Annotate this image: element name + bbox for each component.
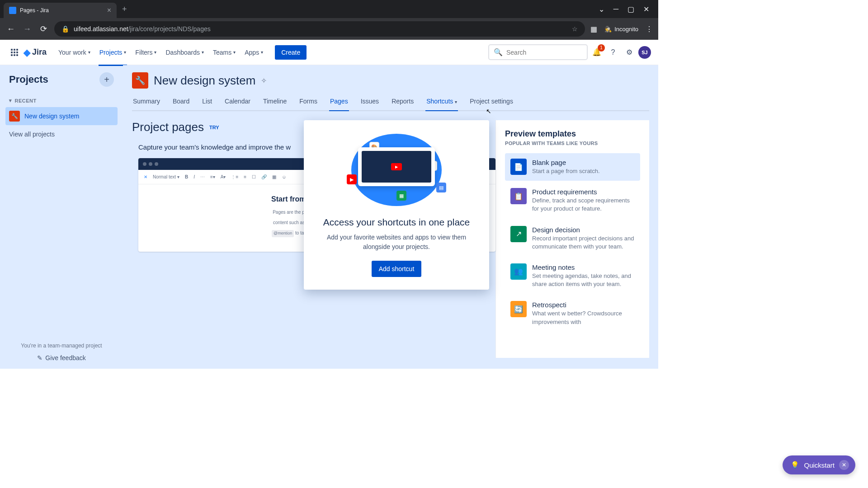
tab-board[interactable]: Board xyxy=(172,94,190,110)
popover-description: Add your favorite websites and apps to v… xyxy=(316,233,476,252)
content-area: 🔧 New design system ✧ SummaryBoardListCa… xyxy=(123,65,658,369)
minimize-icon[interactable]: ─ xyxy=(613,5,618,14)
tab-forms[interactable]: Forms xyxy=(298,94,318,110)
template-item[interactable]: 📄Blank pageStart a page from scratch. xyxy=(505,153,640,181)
app-switcher-icon xyxy=(11,49,18,56)
tab-issues[interactable]: Issues xyxy=(360,94,380,110)
jira-favicon xyxy=(9,7,16,14)
tab-calendar[interactable]: Calendar xyxy=(224,94,251,110)
template-icon: ↗ xyxy=(510,226,527,242)
browser-menu-icon[interactable]: ⋮ xyxy=(646,25,653,33)
youtube-icon: ▶ xyxy=(347,174,357,184)
tab-shortcuts[interactable]: Shortcuts ▾ xyxy=(425,94,458,110)
tab-project-settings[interactable]: Project settings xyxy=(469,94,514,110)
tab-reports[interactable]: Reports xyxy=(391,94,415,110)
extensions-icon[interactable]: ▦ xyxy=(590,25,597,33)
recent-toggle[interactable]: ▾ RECENT xyxy=(5,94,118,107)
templates-title: Preview templates xyxy=(505,129,640,139)
add-shortcut-button[interactable]: Add shortcut xyxy=(372,261,422,277)
give-feedback-button[interactable]: ✎ Give feedback xyxy=(5,354,118,361)
url-bar[interactable]: 🔒 uifeed.atlassian.net/jira/core/project… xyxy=(54,21,585,37)
browser-chrome: Pages - Jira × + ⌄ ─ ▢ ✕ ← → ⟳ 🔒 uifeed.… xyxy=(0,0,658,40)
page-main: Project pages TRY Capture your team's kn… xyxy=(132,120,495,358)
search-box[interactable]: 🔍 xyxy=(488,44,588,60)
shortcuts-popover: 🎨 ▦ ✳ ▶ ▤ ▶ Access your shortcuts in one… xyxy=(304,120,489,290)
project-icon: 🔧 xyxy=(9,111,20,122)
tab-timeline[interactable]: Timeline xyxy=(262,94,288,110)
tab-dropdown-icon[interactable]: ⌄ xyxy=(599,5,604,14)
project-icon: 🔧 xyxy=(132,72,148,89)
close-window-icon[interactable]: ✕ xyxy=(643,5,649,14)
template-item[interactable]: 📋Product requirementsDefine, track and s… xyxy=(505,183,640,218)
nav-item-apps[interactable]: Apps▾ xyxy=(240,45,268,60)
forward-button[interactable]: → xyxy=(22,24,33,34)
sidebar-project-item[interactable]: 🔧New design system xyxy=(5,107,118,125)
team-managed-label: You're in a team-managed project xyxy=(5,343,118,349)
popover-illustration: 🎨 ▦ ✳ ▶ ▤ ▶ xyxy=(316,129,476,211)
create-button[interactable]: Create xyxy=(275,45,307,60)
template-item[interactable]: ↗Design decisionRecord important project… xyxy=(505,221,640,256)
reload-button[interactable]: ⟳ xyxy=(38,24,49,34)
template-icon: 👥 xyxy=(510,263,527,280)
confluence-icon: ✕ xyxy=(144,174,147,179)
browser-tab[interactable]: Pages - Jira × xyxy=(4,3,117,18)
tab-bar: Pages - Jira × + ⌄ ─ ▢ ✕ xyxy=(0,0,658,18)
feedback-icon: ✎ xyxy=(37,354,42,361)
jira-logo[interactable]: ◆ Jira xyxy=(24,47,47,58)
sidebar: Projects + ▾ RECENT 🔧New design system V… xyxy=(0,65,123,369)
jira-mark-icon: ◆ xyxy=(24,47,30,58)
add-project-button[interactable]: + xyxy=(99,72,114,87)
templates-subtitle: POPULAR WITH TEAMS LIKE YOURS xyxy=(505,141,640,146)
tab-list[interactable]: List xyxy=(201,94,213,110)
settings-button[interactable]: ⚙ xyxy=(622,45,637,60)
page-title: Project pages xyxy=(132,120,204,134)
help-button[interactable]: ? xyxy=(606,45,620,60)
project-title: New design system xyxy=(154,74,255,88)
main-layout: Projects + ▾ RECENT 🔧New design system V… xyxy=(0,65,658,369)
sheets-icon: ▦ xyxy=(396,191,406,201)
incognito-indicator[interactable]: 🕵 Incognito xyxy=(604,26,638,33)
back-button[interactable]: ← xyxy=(5,24,16,34)
view-all-projects[interactable]: View all projects xyxy=(5,125,118,143)
docs-icon: ▤ xyxy=(436,183,446,192)
nav-item-your-work[interactable]: Your work▾ xyxy=(54,45,95,60)
template-icon: 🔄 xyxy=(510,301,527,317)
tab-title: Pages - Jira xyxy=(20,7,104,14)
try-badge: TRY xyxy=(209,124,219,131)
close-tab-icon[interactable]: × xyxy=(107,6,111,14)
lock-icon: 🔒 xyxy=(61,25,69,33)
sidebar-title: Projects xyxy=(9,74,48,85)
chevron-down-icon: ▾ xyxy=(455,99,457,104)
bookmark-icon[interactable]: ☆ xyxy=(572,25,578,33)
address-bar: ← → ⟳ 🔒 uifeed.atlassian.net/jira/core/p… xyxy=(0,18,658,40)
jira-top-nav: ◆ Jira Your work▾Projects▾Filters▾Dashbo… xyxy=(0,40,658,65)
search-input[interactable] xyxy=(506,49,585,56)
app-switcher[interactable] xyxy=(7,45,22,60)
notification-badge: 1 xyxy=(598,44,605,52)
url-host: uifeed.atlassian.net/jira/core/projects/… xyxy=(74,25,211,33)
star-icon[interactable]: ✧ xyxy=(261,76,267,85)
new-tab-button[interactable]: + xyxy=(122,5,127,14)
template-icon: 📄 xyxy=(510,159,527,175)
search-icon: 🔍 xyxy=(494,48,503,56)
nav-item-dashboards[interactable]: Dashboards▾ xyxy=(161,45,208,60)
template-item[interactable]: 👥Meeting notesSet meeting agendas, take … xyxy=(505,258,640,294)
project-tabs: SummaryBoardListCalendarTimelineFormsPag… xyxy=(132,94,649,111)
template-icon: 📋 xyxy=(510,188,527,204)
play-icon: ▶ xyxy=(391,163,402,170)
tab-summary[interactable]: Summary xyxy=(132,94,161,110)
nav-item-projects[interactable]: Projects▾ xyxy=(95,45,131,60)
notifications-button[interactable]: 🔔 1 xyxy=(590,45,604,60)
template-item[interactable]: 🔄RetrospectiWhat went w better? Crowdsou… xyxy=(505,296,640,331)
project-header: 🔧 New design system ✧ xyxy=(132,72,649,89)
window-controls: ⌄ ─ ▢ ✕ xyxy=(599,5,655,14)
incognito-icon: 🕵 xyxy=(604,26,612,33)
tab-pages[interactable]: Pages xyxy=(329,94,349,110)
nav-item-filters[interactable]: Filters▾ xyxy=(131,45,161,60)
maximize-icon[interactable]: ▢ xyxy=(627,5,634,14)
gear-icon: ⚙ xyxy=(626,48,632,56)
user-avatar[interactable]: SJ xyxy=(638,46,651,59)
nav-item-teams[interactable]: Teams▾ xyxy=(208,45,240,60)
help-icon: ? xyxy=(611,48,615,56)
chevron-down-icon: ▾ xyxy=(9,98,12,103)
